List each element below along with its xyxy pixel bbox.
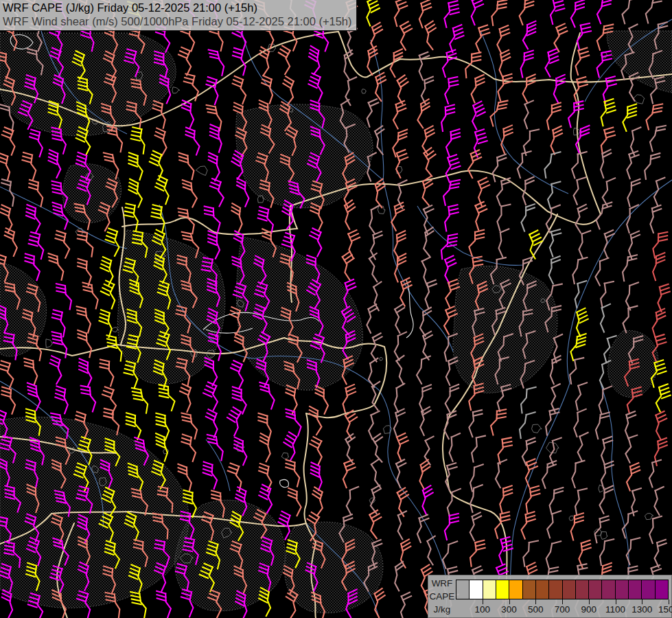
legend-swatch	[536, 580, 549, 599]
legend-tickmark	[669, 599, 669, 604]
legend-swatch	[470, 580, 483, 599]
legend-swatch	[563, 580, 576, 599]
legend-tickmark	[509, 599, 510, 604]
legend-swatch	[483, 580, 496, 599]
legend-swatch	[496, 580, 509, 599]
legend-label: CAPE	[428, 590, 456, 603]
legend-swatch	[523, 580, 536, 599]
legend-swatch	[602, 580, 615, 599]
legend-label: WRF	[428, 577, 456, 590]
legend-tick-label: 1100	[605, 604, 625, 615]
legend-tick-label: 700	[555, 604, 570, 615]
map-canvas	[0, 0, 672, 618]
legend-tickmark	[483, 599, 483, 604]
legend-tick-label: 1500	[658, 604, 672, 615]
legend-tickmark	[616, 599, 616, 604]
cape-legend: WRFCAPEJ/kg 100300500700900110013001500	[428, 575, 672, 618]
wrf-weather-map: WRF CAPE (J/kg) Friday 05-12-2025 21:00 …	[0, 0, 672, 618]
title-line-shear: WRF Wind shear (m/s) 500/1000hPa Friday …	[3, 14, 352, 28]
legend-label-lines: WRFCAPEJ/kg	[428, 577, 456, 616]
legend-tick-label: 900	[581, 604, 596, 615]
legend-swatch	[656, 580, 668, 599]
legend-swatch	[576, 580, 589, 599]
legend-swatch	[616, 580, 629, 599]
legend-tick-label: 1300	[632, 604, 652, 615]
legend-tickmark	[535, 599, 536, 604]
legend-swatch	[509, 580, 522, 599]
legend-label: J/kg	[428, 603, 456, 616]
legend-swatch	[549, 580, 562, 599]
title-line-cape: WRF CAPE (J/kg) Friday 05-12-2025 21:00 …	[3, 1, 352, 14]
legend-tickmark	[562, 599, 563, 604]
title-box: WRF CAPE (J/kg) Friday 05-12-2025 21:00 …	[0, 0, 357, 31]
legend-tickmark	[589, 599, 590, 604]
legend-colorbar	[456, 580, 669, 599]
legend-tick-label: 300	[501, 604, 517, 615]
legend-swatch	[629, 580, 642, 599]
legend-swatch	[456, 580, 470, 599]
legend-tickmark	[642, 599, 642, 604]
legend-swatch	[589, 580, 602, 599]
legend-tick-label: 100	[474, 604, 490, 615]
legend-swatch	[642, 580, 655, 599]
legend-tick-label: 500	[528, 604, 544, 615]
